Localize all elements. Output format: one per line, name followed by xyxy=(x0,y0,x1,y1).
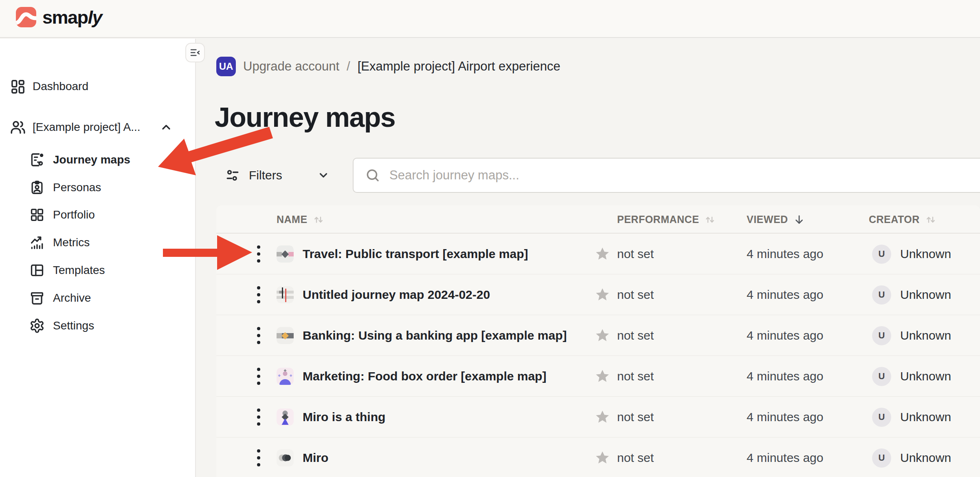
main-content: UA Upgrade account / [Example project] A… xyxy=(197,39,980,477)
search-box xyxy=(353,158,980,193)
row-performance: not set xyxy=(594,274,654,315)
filters-label: Filters xyxy=(249,168,282,182)
project-members-icon xyxy=(10,119,26,135)
star-icon xyxy=(594,368,611,384)
sidebar-item-dashboard[interactable]: Dashboard xyxy=(0,77,191,96)
brand-logo-text: smaply xyxy=(42,8,102,26)
table-row[interactable]: Travel: Public transport [example map] n… xyxy=(216,234,980,274)
sidebar-item-archive[interactable]: Archive xyxy=(0,288,191,308)
row-kebab-menu-icon[interactable] xyxy=(250,315,268,356)
chevron-up-icon xyxy=(160,121,173,134)
star-icon xyxy=(594,450,611,466)
sidebar-nav: Dashboard [Example project] A... Journey… xyxy=(0,39,196,477)
row-performance: not set xyxy=(594,397,654,437)
row-kebab-menu-icon[interactable] xyxy=(250,274,268,315)
row-kebab-menu-icon[interactable] xyxy=(250,397,268,437)
row-kebab-menu-icon[interactable] xyxy=(250,356,268,397)
column-header-name[interactable]: NAME xyxy=(277,205,325,234)
creator-avatar: U xyxy=(872,408,891,427)
row-viewed: 4 minutes ago xyxy=(747,234,823,274)
collapse-sidebar-icon xyxy=(189,47,201,58)
sidebar-item-metrics[interactable]: Metrics xyxy=(0,233,191,252)
page-title: Journey maps xyxy=(215,103,395,131)
account-badge[interactable]: UA xyxy=(216,57,236,76)
sort-desc-icon xyxy=(793,214,805,226)
row-performance: not set xyxy=(594,315,654,356)
row-creator: U Unknown xyxy=(872,315,951,356)
star-icon xyxy=(594,409,611,425)
row-creator: U Unknown xyxy=(872,397,951,437)
banking-thumbnail xyxy=(277,315,294,356)
row-kebab-menu-icon[interactable] xyxy=(250,234,268,274)
persona-icon xyxy=(29,180,45,195)
creator-avatar: U xyxy=(872,245,891,264)
templates-icon xyxy=(29,263,45,278)
creator-avatar: U xyxy=(872,367,891,386)
star-icon xyxy=(594,327,611,344)
row-performance: not set xyxy=(594,437,654,477)
table-row[interactable]: Banking: Using a banking app [example ma… xyxy=(216,315,980,356)
row-kebab-menu-icon[interactable] xyxy=(250,437,268,477)
sidebar-item-portfolio[interactable]: Portfolio xyxy=(0,205,191,225)
smaply-logo[interactable]: smaply xyxy=(16,7,102,27)
sidebar-item-templates[interactable]: Templates xyxy=(0,261,191,280)
breadcrumb-account-link[interactable]: Upgrade account xyxy=(243,59,339,74)
row-creator: U Unknown xyxy=(872,437,951,477)
row-creator: U Unknown xyxy=(872,274,951,315)
untitled-thumbnail xyxy=(277,274,294,315)
row-name: Miro is a thing xyxy=(303,397,385,437)
marketing-thumbnail xyxy=(277,356,294,397)
sidebar-item-personas[interactable]: Personas xyxy=(0,178,191,197)
table-row[interactable]: Untitled journey map 2024-02-20 not set … xyxy=(216,274,980,315)
miro-thing-thumbnail xyxy=(277,397,294,437)
sidebar-item-journey-maps[interactable]: Journey maps xyxy=(0,150,191,170)
row-name: Travel: Public transport [example map] xyxy=(303,234,528,274)
row-creator: U Unknown xyxy=(872,234,951,274)
journey-map-icon xyxy=(29,152,45,168)
portfolio-icon xyxy=(29,207,45,223)
row-name: Banking: Using a banking app [example ma… xyxy=(303,315,567,356)
column-header-viewed[interactable]: VIEWED xyxy=(747,205,805,234)
breadcrumb-current-project[interactable]: [Example project] Airport experience xyxy=(358,59,560,74)
star-icon xyxy=(594,287,611,303)
sort-both-icon xyxy=(704,214,716,226)
row-viewed: 4 minutes ago xyxy=(747,397,823,437)
column-header-creator[interactable]: CREATOR xyxy=(869,205,937,234)
filters-icon xyxy=(225,168,240,183)
smaply-logo-icon xyxy=(16,7,36,27)
travel-thumbnail xyxy=(277,234,294,274)
column-header-performance[interactable]: PERFORMANCE xyxy=(617,205,716,234)
row-name: Untitled journey map 2024-02-20 xyxy=(303,274,490,315)
table-row[interactable]: Miro not set 4 minutes ago U Unknown xyxy=(216,437,980,477)
row-viewed: 4 minutes ago xyxy=(747,356,823,397)
sort-both-icon xyxy=(925,214,937,226)
row-name: Marketing: Food box order [example map] xyxy=(303,356,546,397)
creator-avatar: U xyxy=(872,448,891,468)
row-performance: not set xyxy=(594,356,654,397)
sidebar-item-example-project-a[interactable]: [Example project] A... xyxy=(0,117,191,137)
search-icon xyxy=(365,168,380,183)
star-icon xyxy=(594,246,611,262)
sort-both-icon xyxy=(312,214,325,226)
breadcrumb: UA Upgrade account / [Example project] A… xyxy=(216,57,560,76)
settings-icon xyxy=(29,318,45,333)
miro-thumbnail xyxy=(277,437,294,477)
table-body: Travel: Public transport [example map] n… xyxy=(216,234,980,477)
dashboard-icon xyxy=(10,78,26,95)
collapse-sidebar-button[interactable] xyxy=(185,43,205,62)
app-window: smaply Dashboard [Example project] A... … xyxy=(0,0,980,477)
row-performance: not set xyxy=(594,234,654,274)
search-input[interactable] xyxy=(389,168,980,183)
row-viewed: 4 minutes ago xyxy=(747,315,823,356)
table-row[interactable]: Marketing: Food box order [example map] … xyxy=(216,356,980,397)
filters-button[interactable]: Filters xyxy=(225,165,330,186)
breadcrumb-separator: / xyxy=(347,59,350,74)
journey-maps-table: NAME PERFORMANCE VIEWED CREATOR Travel: … xyxy=(216,205,980,477)
row-creator: U Unknown xyxy=(872,356,951,397)
table-row[interactable]: Miro is a thing not set 4 minutes ago U … xyxy=(216,397,980,437)
creator-avatar: U xyxy=(872,285,891,305)
row-name: Miro xyxy=(303,437,328,477)
sidebar-item-settings[interactable]: Settings xyxy=(0,316,191,336)
archive-icon xyxy=(29,290,45,306)
row-viewed: 4 minutes ago xyxy=(747,274,823,315)
